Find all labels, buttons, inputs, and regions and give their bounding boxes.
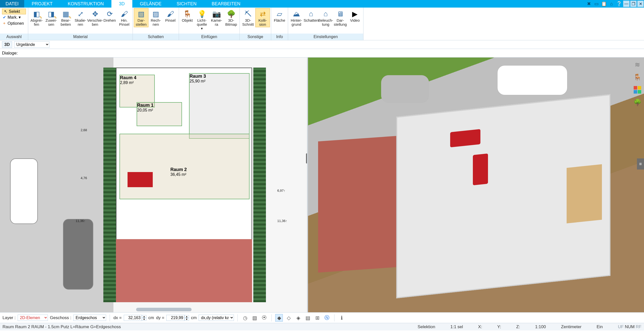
tree-icon: 🌳 — [226, 9, 236, 18]
menu-tab-datei[interactable]: DATEI — [0, 0, 24, 8]
svg-rect-2 — [634, 90, 637, 94]
menu-tab-konstruktion[interactable]: KONSTRUKTION — [60, 0, 111, 8]
hedge-left — [103, 68, 116, 302]
render-mode-3-icon[interactable]: ◈ — [294, 314, 302, 322]
viewport-3d[interactable]: ≋ 🪑 🌳 ≡ — [308, 58, 644, 312]
terrain-dropdown[interactable]: Urgelände — [14, 41, 49, 48]
dx-unit: cm — [148, 315, 154, 320]
quick-tool-icon[interactable]: ✖ — [586, 1, 592, 7]
kollision-button[interactable]: ⇄Kolli- sion — [255, 8, 270, 27]
dy-input[interactable] — [166, 315, 185, 321]
drehen-button[interactable]: ⟳Drehen — [102, 8, 117, 27]
ribbon-group-material: ◧Abgrei- fen ◨Zuwei- sen ▦Bear- beiten ⤢… — [28, 8, 133, 40]
window-close-button[interactable]: ✕ — [637, 1, 644, 7]
schnitt3d-button[interactable]: ⛏3D- Schnitt — [241, 8, 255, 27]
hintergrund-button[interactable]: ⛰Hinter- grund — [289, 8, 304, 27]
group-title-einstellungen: Einstellungen — [288, 34, 363, 40]
quick-tablet-icon[interactable]: ▭ — [593, 1, 599, 7]
mark-label: Mark. — [8, 15, 18, 20]
status-y: Y: — [497, 324, 501, 329]
verschieben-button[interactable]: ✥Verschie- ben — [88, 8, 102, 27]
menu-tab-gelaende[interactable]: GELÄNDE — [132, 0, 169, 8]
rotate-icon: ⟳ — [105, 9, 114, 18]
dy-down[interactable]: ▼ — [185, 318, 189, 321]
room-3[interactable]: Raum 325,90 m² — [189, 73, 250, 139]
selekt-toggle[interactable]: ↖ Selekt — [2, 9, 26, 14]
record-icon[interactable]: ⦿ — [260, 314, 268, 322]
quick-clipboard-icon[interactable]: 📋 — [601, 1, 607, 7]
render-mode-1-icon[interactable]: ◆ — [275, 314, 283, 322]
menu-tab-sichten[interactable]: SICHTEN — [169, 0, 204, 8]
flaeche-button[interactable]: ▱Fläche — [272, 8, 287, 27]
menu-tab-bearbeiten[interactable]: BEARBEITEN — [204, 0, 248, 8]
beleuchtung-button[interactable]: ⌂Beleuch- tung — [318, 8, 333, 27]
quick-home-icon[interactable]: ⌂ — [608, 1, 615, 7]
palette-collapse-handle[interactable]: ≡ — [637, 158, 644, 170]
render-mode-2-icon[interactable]: ◇ — [285, 314, 292, 322]
compass-icon[interactable]: Ⓝ — [323, 314, 331, 322]
layer-dropdown[interactable]: 2D-Elemen — [18, 315, 48, 321]
ribbon-group-einfuegen: 🪑Objekt 💡Licht- quelle ▾ 📷Kame- ra 🌳3D- … — [179, 8, 240, 40]
coord-mode-dropdown[interactable]: dx,dy (relativ ka — [199, 315, 234, 321]
darstellen-button[interactable]: ▧Dar- stellen — [134, 8, 148, 27]
group-title-auswahl: Auswahl — [0, 34, 28, 40]
shadow-settings-icon: ⌂ — [306, 9, 316, 18]
grid-icon[interactable]: ⊞ — [314, 314, 321, 322]
video-button[interactable]: ▶Video — [348, 8, 362, 27]
window-minimize-button[interactable]: — — [623, 1, 630, 7]
rechnen-button[interactable]: ▨Rech- nen — [148, 8, 163, 27]
hedge-right — [253, 68, 266, 302]
room-1[interactable]: Raum 120,05 m² — [137, 102, 182, 126]
screenshot-icon[interactable]: ▧ — [251, 314, 258, 322]
schatten-settings-button[interactable]: ⌂Schatten — [304, 8, 318, 27]
objekt-button[interactable]: 🪑Objekt — [180, 8, 195, 27]
pinsel-schatten-button[interactable]: 🖌Pinsel — [163, 8, 178, 27]
status-unit: Zentimeter — [561, 324, 581, 329]
pane-splitter[interactable] — [306, 153, 308, 163]
info-tool-icon[interactable]: ℹ — [338, 314, 346, 322]
layers-icon[interactable]: ≋ — [633, 60, 642, 69]
ribbon-group-sonstige: ⛏3D- Schnitt ⇄Kolli- sion Sonstige — [240, 8, 271, 40]
sofa-3d-2 — [473, 153, 488, 185]
skalieren-button[interactable]: ⤢Skalie- ren — [73, 8, 88, 27]
darstellung-button[interactable]: 🖥Dar- stellung — [333, 8, 348, 27]
dx-down[interactable]: ▼ — [142, 318, 146, 321]
furniture-icon[interactable]: 🪑 — [633, 73, 642, 82]
materials-icon[interactable] — [633, 85, 642, 94]
dx-up[interactable]: ▲ — [142, 315, 146, 318]
viewport-2d[interactable]: Raum 42,89 m² Raum 120,05 m² Raum 325,90… — [0, 58, 308, 312]
render-mode-4-icon[interactable]: ▤ — [304, 314, 312, 322]
group-title-sonstige: Sonstige — [240, 34, 271, 40]
room-2[interactable]: Raum 236,45 m² — [119, 134, 250, 199]
car-2d-2 — [63, 219, 93, 290]
edit-material-icon: ▦ — [61, 9, 71, 18]
mark-dropdown[interactable]: ✔ Mark.▾ — [2, 14, 26, 20]
hinpinsel-button[interactable]: 🖌Hin. Pinsel — [117, 8, 132, 27]
dx-input[interactable] — [124, 315, 142, 321]
car-3d-1 — [497, 65, 568, 95]
ribbon-group-schatten: ▧Dar- stellen ▨Rech- nen 🖌Pinsel Schatte… — [133, 8, 179, 40]
menu-tab-3d[interactable]: 3D — [111, 0, 132, 8]
zuweisen-button[interactable]: ◨Zuwei- sen — [44, 8, 58, 27]
abgreifen-button[interactable]: ◧Abgrei- fen — [29, 8, 44, 27]
dy-up[interactable]: ▲ — [185, 315, 189, 318]
plants-icon[interactable]: 🌳 — [633, 98, 642, 107]
shadow-calc-icon: ▨ — [151, 9, 161, 18]
view-palette: ≋ 🪑 🌳 — [632, 60, 643, 107]
lichtquelle-button[interactable]: 💡Licht- quelle ▾ — [195, 8, 209, 31]
selekt-label: Selekt — [9, 9, 20, 14]
workspace: Raum 42,89 m² Raum 120,05 m² Raum 325,90… — [0, 58, 644, 312]
bearbeiten-button[interactable]: ▦Bear- beiten — [58, 8, 73, 27]
car-2d-1 — [10, 158, 38, 224]
geschoss-dropdown[interactable]: Erdgeschos — [73, 315, 106, 321]
scrollbar-horizontal-2d[interactable] — [136, 308, 192, 311]
menu-tab-projekt[interactable]: PROJEKT — [24, 0, 60, 8]
optionen-button[interactable]: ＋ Optionen — [2, 20, 26, 26]
window-restore-button[interactable]: ❐ — [630, 1, 637, 7]
kamera-button[interactable]: 📷Kame- ra — [209, 8, 224, 27]
context-bar-mode: 3D Urgelände — [0, 40, 644, 49]
quick-help-icon[interactable]: ❔ — [616, 1, 622, 7]
section-icon: ⛏ — [243, 9, 253, 18]
clock-icon[interactable]: ◷ — [241, 314, 249, 322]
bitmap3d-button[interactable]: 🌳3D- Bitmap — [224, 8, 238, 27]
